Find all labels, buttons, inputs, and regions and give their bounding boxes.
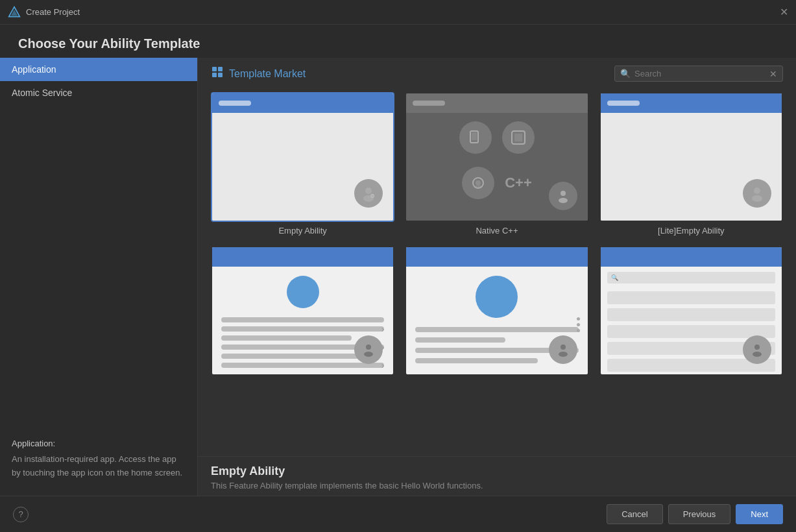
next-button[interactable]: Next <box>736 504 783 524</box>
template-thumbnail-list <box>405 246 588 376</box>
cancel-button[interactable]: Cancel <box>607 504 662 524</box>
help-icon: ? <box>18 509 23 519</box>
svg-point-20 <box>366 345 371 350</box>
template-thumbnail-lite <box>599 92 783 222</box>
template-thumbnail-profile <box>211 246 394 376</box>
template-thumbnail-native-cpp: C++ <box>405 92 588 222</box>
template-thumbnail-search-list: 🔍 <box>599 246 783 376</box>
svg-point-24 <box>754 345 760 350</box>
titlebar: Create Project ✕ <box>0 0 796 25</box>
help-button[interactable]: ? <box>13 507 29 522</box>
template-card-native-cpp[interactable]: C++ <box>405 92 588 236</box>
search-clear-button[interactable]: ✕ <box>769 69 777 79</box>
svg-point-17 <box>559 198 568 203</box>
close-button[interactable]: ✕ <box>780 7 788 18</box>
svg-rect-15 <box>474 186 482 188</box>
sidebar: Application Atomic Service Application: … <box>0 58 198 496</box>
templates-grid: Empty Ability <box>198 90 796 456</box>
template-card-search-list[interactable]: 🔍 <box>599 246 783 380</box>
panel-header: Template Market 🔍 ✕ <box>198 58 796 90</box>
search-icon: 🔍 <box>620 69 631 79</box>
template-market-label: Template Market <box>211 66 306 82</box>
main-container: Choose Your Ability Template Application… <box>0 25 796 532</box>
footer: ? Cancel Previous Next <box>0 496 796 532</box>
content-area: Application Atomic Service Application: … <box>0 58 796 496</box>
sidebar-description: Application: An installation-required ap… <box>0 427 197 496</box>
template-label-lite: [Lite]Empty Ability <box>658 226 725 236</box>
sidebar-item-atomic-service[interactable]: Atomic Service <box>0 81 197 104</box>
page-header: Choose Your Ability Template <box>0 25 796 58</box>
svg-point-25 <box>753 352 762 357</box>
market-title: Template Market <box>229 68 306 80</box>
page-title: Choose Your Ability Template <box>18 36 200 51</box>
selected-template-info: Empty Ability This Feature Ability templ… <box>198 456 796 496</box>
market-icon <box>211 66 224 82</box>
svg-rect-10 <box>472 132 477 140</box>
app-logo <box>8 6 21 19</box>
template-card-lite-empty-ability[interactable]: [Lite]Empty Ability <box>599 92 783 236</box>
svg-point-19 <box>752 195 762 202</box>
sidebar-item-application[interactable]: Application <box>0 58 197 81</box>
svg-point-21 <box>364 352 373 357</box>
svg-point-16 <box>561 191 566 196</box>
template-card-profile[interactable] <box>211 246 394 380</box>
template-thumbnail-empty-ability <box>211 92 394 222</box>
sidebar-desc-text: An installation-required app. Access the… <box>12 453 186 480</box>
svg-rect-3 <box>218 67 223 71</box>
window-title: Create Project <box>26 7 80 17</box>
svg-rect-5 <box>218 73 223 77</box>
selected-template-description: This Feature Ability template implements… <box>211 481 783 490</box>
footer-left: ? <box>13 507 29 522</box>
template-label-native-cpp: Native C++ <box>476 226 518 236</box>
svg-point-14 <box>476 180 481 186</box>
svg-point-18 <box>754 187 760 194</box>
svg-point-6 <box>365 187 372 194</box>
template-card-list[interactable] <box>405 246 588 380</box>
template-card-empty-ability[interactable]: Empty Ability <box>211 92 394 236</box>
previous-button[interactable]: Previous <box>668 504 731 524</box>
template-label-empty-ability: Empty Ability <box>278 226 326 236</box>
svg-rect-4 <box>212 73 217 77</box>
search-bar[interactable]: 🔍 ✕ <box>614 66 783 82</box>
svg-rect-2 <box>212 67 217 71</box>
right-panel: Template Market 🔍 ✕ <box>198 58 796 496</box>
selected-template-title: Empty Ability <box>211 465 783 478</box>
svg-point-22 <box>561 345 566 350</box>
svg-rect-12 <box>514 134 522 141</box>
cpp-label: C++ <box>505 175 532 191</box>
sidebar-desc-label: Application: <box>12 437 186 451</box>
search-input[interactable] <box>634 69 766 79</box>
titlebar-left: Create Project <box>8 6 80 19</box>
svg-point-23 <box>559 352 568 357</box>
